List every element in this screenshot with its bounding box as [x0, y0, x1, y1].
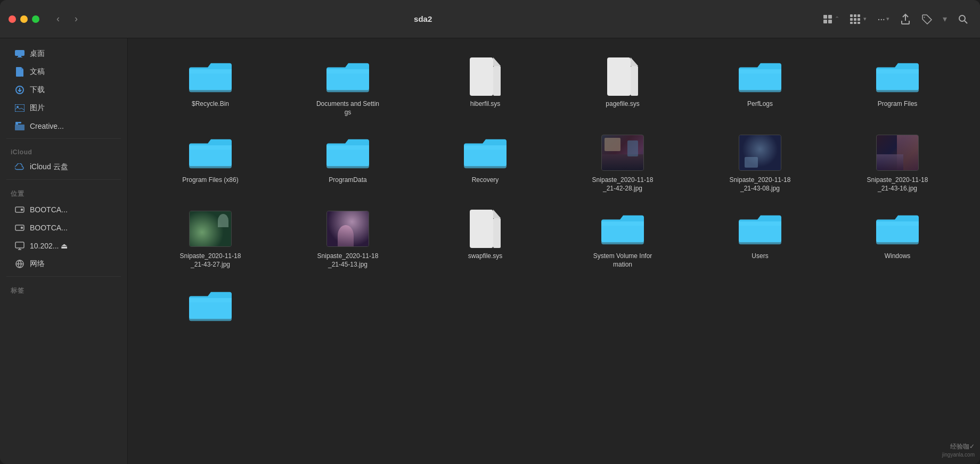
sidebar-label-network: 网络: [30, 259, 45, 269]
svg-point-13: [924, 16, 925, 18]
chevron-down-button[interactable]: ▾: [940, 12, 950, 26]
folder-icon-programdata: [326, 134, 369, 172]
doc-icon-swapfile: [464, 210, 507, 248]
view-grid-button[interactable]: ⌃: [819, 12, 843, 27]
svg-rect-16: [15, 50, 24, 56]
window-title: sda2: [27, 14, 819, 23]
file-item-snipaste-1[interactable]: Snipaste_2020-11-18_21-42-28.jpg: [555, 127, 690, 199]
file-name-hiberfil: hiberfil.sys: [470, 100, 501, 109]
file-item-snipaste-4[interactable]: Snipaste_2020-11-18_21-43-27.jpg: [143, 203, 278, 275]
folder-icon-sysvolinfo: [601, 210, 644, 248]
search-button[interactable]: [954, 12, 971, 27]
file-name-snipaste-1: Snipaste_2020-11-18_21-42-28.jpg: [591, 176, 655, 193]
svg-rect-24: [15, 125, 24, 130]
toolbar-right: ⌃ ▾ ··· ▾: [819, 11, 971, 27]
file-name-recycle-bin: $Recycle.Bin: [192, 100, 229, 109]
downloads-icon: [15, 85, 24, 95]
main-layout: 桌面 文稿 下载: [0, 38, 980, 464]
img-icon-snipaste-2: [739, 134, 781, 172]
folder-icon-program-files: [876, 57, 919, 96]
sidebar-label-bootca1: BOOTCA...: [30, 205, 68, 214]
sidebar-item-icloud[interactable]: iCloud 云盘: [4, 159, 123, 176]
sidebar-label-documents: 文稿: [30, 67, 45, 77]
monitor-icon: [15, 241, 24, 251]
svg-rect-3: [828, 20, 832, 23]
network-icon: [15, 259, 24, 269]
file-name-perflogs: PerfLogs: [747, 100, 773, 109]
sidebar-item-bootca2[interactable]: BOOTCA...: [4, 219, 123, 236]
file-item-programdata[interactable]: ProgramData: [280, 127, 415, 199]
file-item-snipaste-3[interactable]: Snipaste_2020-11-18_21-43-16.jpg: [830, 127, 965, 199]
drive1-icon: [15, 205, 24, 214]
share-button[interactable]: [897, 11, 914, 27]
file-name-docs-settings: Documents and Settings: [316, 100, 380, 117]
file-item-swapfile[interactable]: swapfile.sys: [418, 203, 553, 275]
svg-rect-18: [17, 57, 22, 57]
svg-rect-0: [823, 15, 827, 19]
file-name-recovery: Recovery: [472, 176, 499, 185]
svg-rect-34: [493, 66, 501, 96]
svg-rect-35: [607, 57, 631, 96]
file-item-windows[interactable]: Windows: [830, 203, 965, 275]
svg-rect-19: [16, 67, 21, 77]
file-name-programdata: ProgramData: [329, 176, 366, 185]
sidebar-divider-2: [6, 179, 121, 180]
sidebar-divider-1: [6, 138, 121, 139]
svg-rect-8: [854, 18, 856, 21]
sidebar-item-documents[interactable]: 文稿: [4, 63, 123, 80]
sidebar-section-tags: 标签: [0, 280, 127, 297]
tag-button[interactable]: [918, 12, 935, 27]
sidebar: 桌面 文稿 下载: [0, 38, 128, 464]
svg-line-15: [965, 21, 967, 23]
folder-icon-recovery: [464, 134, 507, 172]
file-item-hiberfil[interactable]: hiberfil.sys: [418, 51, 553, 123]
file-item-recycle-bin[interactable]: $Recycle.Bin: [143, 51, 278, 123]
file-item-docs-settings[interactable]: Documents and Settings: [280, 51, 415, 123]
svg-rect-30: [15, 242, 24, 248]
file-name-snipaste-2: Snipaste_2020-11-18_21-43-08.jpg: [728, 176, 792, 193]
doc-icon-hiberfil: [464, 57, 507, 96]
sidebar-label-10202: 10.202... ⏏: [30, 242, 68, 250]
sidebar-item-bootca1[interactable]: BOOTCA...: [4, 201, 123, 218]
file-name-snipaste-3: Snipaste_2020-11-18_21-43-16.jpg: [865, 176, 929, 193]
sidebar-item-network[interactable]: 网络: [4, 255, 123, 272]
img-icon-snipaste-5: [326, 210, 369, 248]
svg-rect-20: [21, 69, 23, 77]
svg-rect-6: [858, 14, 860, 17]
sidebar-section-location: 位置: [0, 183, 127, 201]
sidebar-item-desktop[interactable]: 桌面: [4, 45, 123, 62]
watermark: 经验咖✓ jingyanla.com: [942, 442, 975, 459]
file-item-snipaste-5[interactable]: Snipaste_2020-11-18_21-45-13.jpg: [280, 203, 415, 275]
close-button[interactable]: [9, 15, 16, 23]
sidebar-label-desktop: 桌面: [30, 49, 45, 59]
file-item-users[interactable]: Users: [692, 203, 828, 275]
svg-rect-36: [631, 66, 638, 96]
file-item-snipaste-2[interactable]: Snipaste_2020-11-18_21-43-08.jpg: [692, 127, 828, 199]
svg-rect-1: [828, 15, 832, 19]
img-icon-snipaste-3: [876, 134, 919, 172]
file-name-pagefile: pagefile.sys: [606, 100, 639, 109]
svg-rect-38: [493, 218, 501, 248]
file-name-snipaste-5: Snipaste_2020-11-18_21-45-13.jpg: [316, 252, 380, 269]
file-item-perflogs[interactable]: PerfLogs: [692, 51, 828, 123]
file-item-recovery[interactable]: Recovery: [418, 127, 553, 199]
sidebar-item-10202[interactable]: 10.202... ⏏: [4, 237, 123, 254]
svg-point-27: [21, 209, 23, 211]
sidebar-item-creative[interactable]: Creative...: [4, 118, 123, 135]
pictures-icon: [15, 103, 24, 113]
folder-icon-recycle: [189, 57, 232, 96]
sidebar-label-pictures: 图片: [30, 103, 45, 113]
sidebar-item-pictures[interactable]: 图片: [4, 100, 123, 117]
file-item-program-files[interactable]: Program Files: [830, 51, 965, 123]
file-item-pagefile[interactable]: pagefile.sys: [555, 51, 690, 123]
file-item-sysvolinfo[interactable]: System Volume Information: [555, 203, 690, 275]
file-item-program-files-x86[interactable]: Program Files (x86): [143, 127, 278, 199]
sidebar-item-downloads[interactable]: 下载: [4, 81, 123, 98]
sidebar-label-icloud: iCloud 云盘: [30, 162, 68, 172]
more-options-button[interactable]: ··· ▾: [874, 11, 893, 27]
view-list-button[interactable]: ▾: [847, 12, 870, 26]
svg-rect-9: [858, 18, 860, 21]
file-item-extra[interactable]: [143, 280, 278, 335]
sidebar-label-creative: Creative...: [30, 122, 64, 130]
file-content: $Recycle.Bin Documents and Settings: [128, 38, 980, 464]
